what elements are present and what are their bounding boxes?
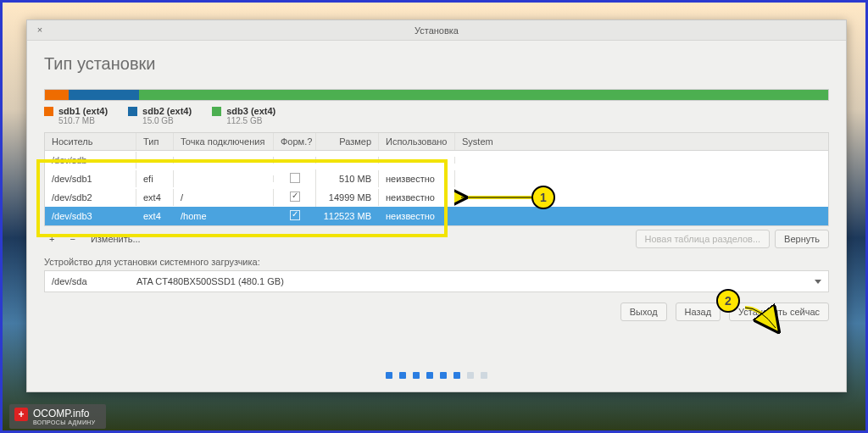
window-title: Установка bbox=[27, 25, 846, 36]
revert-button[interactable]: Вернуть bbox=[775, 230, 829, 248]
quit-button[interactable]: Выход bbox=[620, 303, 667, 321]
annotation-badge-2: 2 bbox=[716, 289, 740, 313]
change-partition-button[interactable]: Изменить... bbox=[86, 232, 146, 246]
bootloader-label: Устройство для установки системного загр… bbox=[44, 257, 829, 267]
table-toolbar: + − Изменить... Новая таблица разделов..… bbox=[44, 226, 829, 257]
bootloader-select[interactable]: /dev/sda ATA CT480BX500SSD1 (480.1 GB) bbox=[44, 270, 829, 292]
legend-item: sdb3 (ext4) 112.5 GB bbox=[212, 106, 275, 125]
annotation-arrow bbox=[738, 303, 789, 336]
annotation-badge-1: 1 bbox=[531, 186, 555, 209]
disk-usage-bar bbox=[44, 89, 829, 101]
table-row[interactable]: /dev/sdb3ext4/home112523 MBнеизвестно bbox=[45, 207, 828, 225]
table-row[interactable]: /dev/sdb2ext4/14999 MBнеизвестно bbox=[45, 188, 828, 207]
add-partition-button[interactable]: + bbox=[44, 232, 59, 246]
swatch-icon bbox=[44, 107, 53, 116]
diskbar-seg-sdb2 bbox=[69, 90, 139, 100]
new-partition-table-button[interactable]: Новая таблица разделов... bbox=[636, 230, 771, 248]
remove-partition-button[interactable]: − bbox=[64, 232, 80, 246]
partition-table[interactable]: Носитель Тип Точка подключения Форм.? Ра… bbox=[44, 132, 829, 226]
chevron-down-icon bbox=[815, 280, 821, 284]
titlebar: × Установка bbox=[27, 20, 846, 41]
installer-window: × Установка Тип установки sdb1 (ext4) 51… bbox=[26, 19, 847, 392]
footer-buttons: Выход Назад Установить сейчас bbox=[44, 303, 829, 321]
annotation-arrow bbox=[454, 187, 539, 208]
watermark-logo: OCOMP.info ВОПРОСЫ АДМИНУ bbox=[9, 404, 106, 429]
diskbar-seg-sdb1 bbox=[45, 90, 69, 100]
swatch-icon bbox=[128, 107, 137, 116]
legend: sdb1 (ext4) 510.7 MB sdb2 (ext4) 15.0 GB… bbox=[44, 106, 829, 125]
legend-item: sdb1 (ext4) 510.7 MB bbox=[44, 106, 108, 125]
table-header: Носитель Тип Точка подключения Форм.? Ра… bbox=[45, 133, 828, 151]
table-row[interactable]: /dev/sdb1efi510 MBнеизвестно bbox=[45, 169, 828, 188]
page-title: Тип установки bbox=[44, 54, 829, 74]
swatch-icon bbox=[212, 107, 221, 116]
legend-item: sdb2 (ext4) 15.0 GB bbox=[128, 106, 192, 125]
table-row[interactable]: /dev/sdb bbox=[45, 151, 828, 169]
progress-dots bbox=[27, 369, 846, 381]
close-icon[interactable]: × bbox=[34, 24, 46, 36]
diskbar-seg-sdb3 bbox=[139, 90, 828, 100]
back-button[interactable]: Назад bbox=[676, 303, 721, 321]
